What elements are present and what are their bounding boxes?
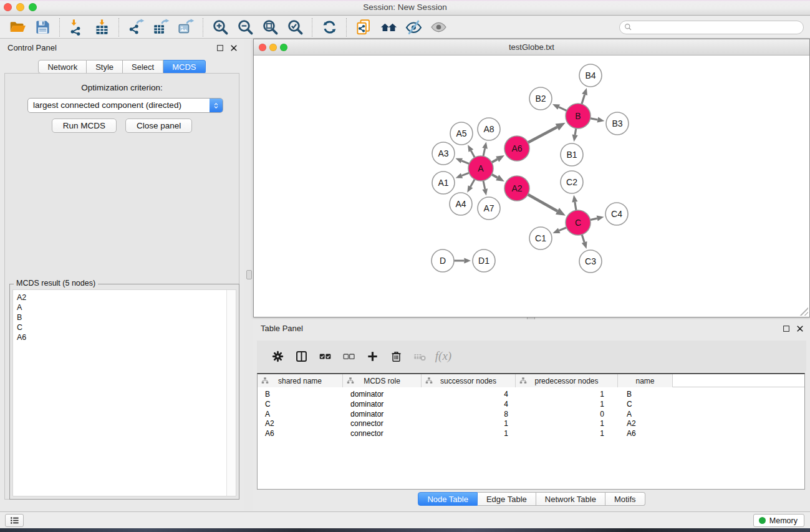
graph-edge-A-A7[interactable] xyxy=(482,180,488,196)
table-row[interactable]: A6connector11A6 xyxy=(258,429,804,439)
zoom-fit-button[interactable] xyxy=(258,17,282,37)
table-row[interactable]: Cdominator41C xyxy=(258,400,804,410)
table-cell[interactable]: A2 xyxy=(258,419,343,429)
graph-node-A2[interactable]: A2 xyxy=(504,176,529,201)
graph-node-A[interactable]: A xyxy=(468,156,493,181)
table-cell[interactable]: B xyxy=(258,390,343,400)
open-folder-button[interactable] xyxy=(5,17,30,37)
table-cell[interactable]: 1 xyxy=(516,400,618,410)
float-panel-icon[interactable] xyxy=(216,44,225,53)
column-header-successor-nodes[interactable]: successor nodes xyxy=(422,374,516,387)
graph-edge-A-A4[interactable] xyxy=(467,178,475,193)
homes-button[interactable] xyxy=(376,17,401,37)
column-header-predecessor-nodes[interactable]: predecessor nodes xyxy=(516,374,618,387)
result-item[interactable]: A6 xyxy=(17,332,236,342)
graph-edge-B-B3[interactable] xyxy=(589,117,605,122)
graph-node-A5[interactable]: A5 xyxy=(450,122,473,145)
trash-button[interactable] xyxy=(384,345,408,367)
table-cell[interactable]: A6 xyxy=(258,429,343,439)
float-panel-icon[interactable] xyxy=(782,324,791,334)
graph-node-A6[interactable]: A6 xyxy=(504,136,529,161)
close-panel-button[interactable]: Close panel xyxy=(125,118,192,133)
graph-edge-A-A6[interactable] xyxy=(491,155,504,163)
graph-edge-A-A1[interactable] xyxy=(456,172,471,178)
column-header-mcds-role[interactable]: MCDS role xyxy=(343,374,422,387)
graph-edge-A-A8[interactable] xyxy=(482,142,488,158)
tab-mcds[interactable]: MCDS xyxy=(163,60,205,74)
eye-button[interactable] xyxy=(426,17,451,37)
table-cell[interactable]: 1 xyxy=(516,390,618,400)
table-cell[interactable]: A xyxy=(618,410,673,420)
table-row[interactable]: A2connector11A2 xyxy=(258,419,804,429)
column-header-shared-name[interactable]: shared name xyxy=(258,374,343,387)
plus-button[interactable] xyxy=(360,345,384,367)
table-cell[interactable]: A xyxy=(258,410,343,420)
network-window-titlebar[interactable]: testGlobe.txt xyxy=(254,39,809,56)
network-canvas[interactable]: B4B2BB3A8A5A6A3B1AC2A1A2A4A7C4CC1C3DD1 xyxy=(254,56,809,317)
table-cell[interactable]: 4 xyxy=(422,390,516,400)
search-box[interactable] xyxy=(619,21,804,34)
table-cell[interactable]: C xyxy=(258,400,343,410)
export-image-button[interactable] xyxy=(173,17,198,37)
hide-eye-button[interactable] xyxy=(401,17,426,37)
close-panel-icon[interactable] xyxy=(229,44,239,53)
graph-edge-B-B1[interactable] xyxy=(572,127,578,142)
select-all-button[interactable] xyxy=(313,345,337,367)
import-network-button[interactable] xyxy=(64,17,89,37)
table-row[interactable]: Bdominator41B xyxy=(258,390,804,400)
graph-edge-A-A5[interactable] xyxy=(468,145,475,158)
tab-network[interactable]: Network xyxy=(38,60,87,74)
graph-node-A4[interactable]: A4 xyxy=(450,193,472,215)
clone-network-button[interactable] xyxy=(351,17,376,37)
graph-edge-A-A2[interactable] xyxy=(491,174,504,181)
vertical-splitter-grip[interactable] xyxy=(246,270,252,279)
graph-node-C3[interactable]: C3 xyxy=(579,250,602,273)
graph-node-C1[interactable]: C1 xyxy=(529,227,552,249)
table-cell[interactable]: 1 xyxy=(516,429,618,439)
columns-button[interactable] xyxy=(289,345,313,367)
run-mcds-button[interactable]: Run MCDS xyxy=(52,118,117,133)
table-cell[interactable]: dominator xyxy=(343,390,422,400)
graph-node-B3[interactable]: B3 xyxy=(606,112,629,135)
table-cell[interactable]: C xyxy=(618,400,673,410)
graph-edge-B-B4[interactable] xyxy=(581,88,587,105)
search-input[interactable] xyxy=(633,22,803,33)
graph-node-C[interactable]: C xyxy=(566,210,591,235)
graph-node-C4[interactable]: C4 xyxy=(605,203,628,225)
tab-select[interactable]: Select xyxy=(123,60,163,74)
result-item[interactable]: A xyxy=(17,302,236,312)
zoom-selected-button[interactable] xyxy=(282,17,307,37)
graph-edge-D-D1[interactable] xyxy=(453,258,471,264)
tab-edge-table[interactable]: Edge Table xyxy=(478,492,536,506)
task-history-button[interactable] xyxy=(5,514,24,527)
column-header-name[interactable]: name xyxy=(618,374,673,387)
tab-network-table[interactable]: Network Table xyxy=(536,492,605,506)
graph-edge-A2-C[interactable] xyxy=(527,194,566,216)
zoom-in-button[interactable] xyxy=(208,17,233,37)
graph-node-D1[interactable]: D1 xyxy=(473,249,495,272)
tab-motifs[interactable]: Motifs xyxy=(605,492,645,506)
table-row[interactable]: Adominator80A xyxy=(258,410,804,420)
export-table-button[interactable] xyxy=(148,17,173,37)
table-cell[interactable]: 1 xyxy=(422,419,516,429)
table-cell[interactable]: connector xyxy=(343,419,422,429)
table-cell[interactable]: A2 xyxy=(618,419,673,429)
refresh-button[interactable] xyxy=(317,17,342,37)
deselect-all-button[interactable] xyxy=(337,345,360,367)
graph-node-A3[interactable]: A3 xyxy=(432,142,455,165)
graph-node-A8[interactable]: A8 xyxy=(478,118,500,140)
graph-node-A1[interactable]: A1 xyxy=(432,172,455,194)
result-scrollbar[interactable] xyxy=(226,290,236,496)
memory-button[interactable]: Memory xyxy=(753,514,804,527)
graph-edge-C-C2[interactable] xyxy=(572,195,577,211)
graph-node-B4[interactable]: B4 xyxy=(579,64,602,87)
graph-node-A7[interactable]: A7 xyxy=(478,197,500,220)
result-item[interactable]: C xyxy=(17,322,236,332)
table-cell[interactable]: 1 xyxy=(516,419,618,429)
import-table-button[interactable] xyxy=(89,17,114,37)
table-cell[interactable]: connector xyxy=(343,429,422,439)
close-panel-icon[interactable] xyxy=(796,324,805,334)
table-cell[interactable]: B xyxy=(618,390,673,400)
zoom-out-button[interactable] xyxy=(233,17,258,37)
save-button[interactable] xyxy=(30,17,55,37)
